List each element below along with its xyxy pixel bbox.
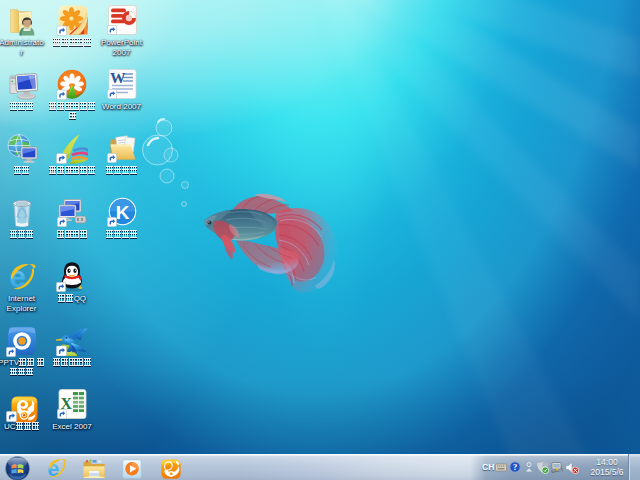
svg-text:W: W [110,69,126,86]
svg-text:*: * [555,467,558,474]
svg-text:K: K [115,202,129,223]
svg-text:?: ? [513,462,517,472]
